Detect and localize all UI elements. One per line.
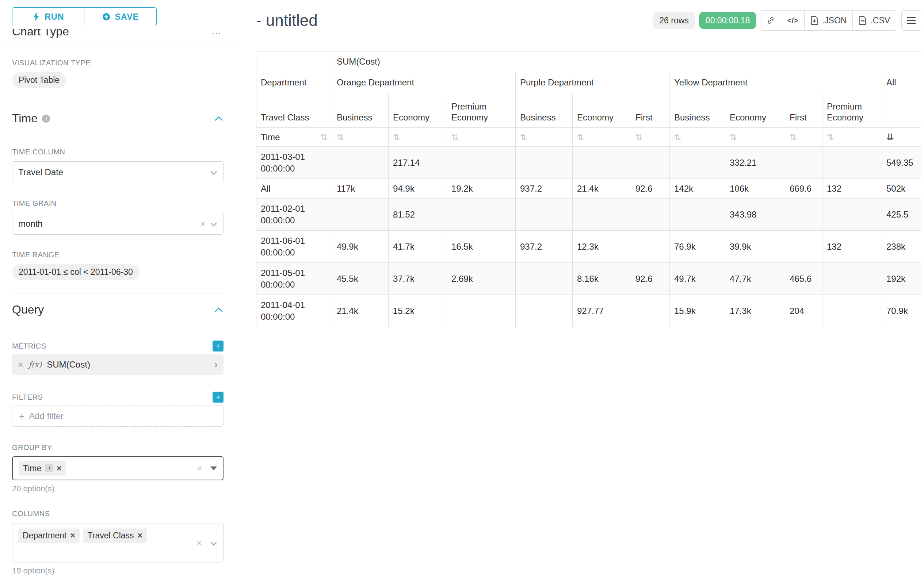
time-range-chip[interactable]: 2011-01-01 ≤ col < 2011-06-30 xyxy=(12,264,140,280)
filters-label: FILTERS xyxy=(12,393,43,401)
value-cell: 117k xyxy=(332,179,389,199)
sort-icon[interactable]: ⇅ xyxy=(790,133,797,142)
corner-cell xyxy=(256,51,332,72)
value-cell: 132 xyxy=(822,231,882,263)
sort-icon[interactable]: ⇊ xyxy=(886,132,894,142)
department-group-header: Yellow Department xyxy=(670,72,882,93)
chart-type-heading: Chart Type xyxy=(12,29,223,38)
travel-class-col-header: Economy xyxy=(725,93,785,128)
chevron-up-icon[interactable] xyxy=(214,307,223,313)
value-cell: 15.2k xyxy=(389,295,447,327)
sort-icon[interactable]: ⇅ xyxy=(730,133,737,142)
value-cell xyxy=(631,231,670,263)
time-section-header[interactable]: Time i xyxy=(12,112,223,125)
sort-icon[interactable]: ⇅ xyxy=(827,133,834,142)
sort-icon[interactable]: ⇅ xyxy=(337,133,344,142)
more-options-button[interactable] xyxy=(901,10,921,31)
remove-metric-icon[interactable]: × xyxy=(18,359,23,370)
chip-label: Travel Class xyxy=(87,531,134,541)
pivot-table-container: SUM(Cost)DepartmentOrange DepartmentPurp… xyxy=(256,51,921,327)
clear-icon[interactable]: × xyxy=(197,463,202,474)
time-grain-value: month xyxy=(18,219,200,229)
clear-icon[interactable]: × xyxy=(196,537,202,549)
table-header-row: Travel ClassBusinessEconomyPremium Econo… xyxy=(256,93,921,128)
sort-icon[interactable]: ⇅ xyxy=(577,133,584,142)
table-row: 2011-06-01 00:00:0049.9k41.7k16.5k937.21… xyxy=(256,231,921,263)
chip-label: Department xyxy=(23,531,66,541)
time-column-select[interactable]: Travel Date xyxy=(12,161,223,183)
clear-icon[interactable]: × xyxy=(200,218,206,230)
hamburger-menu-icon xyxy=(906,17,916,24)
value-cell xyxy=(573,147,631,179)
time-section-heading: Time xyxy=(12,112,38,125)
value-cell: 2.69k xyxy=(447,263,516,295)
save-button[interactable]: SAVE xyxy=(84,7,157,26)
time-sort-row: Time⇅⇅⇅⇅⇅⇅⇅⇅⇅⇅⇅⇊ xyxy=(256,128,921,147)
value-cell: 937.2 xyxy=(516,231,573,263)
view-query-button[interactable]: </> xyxy=(781,10,804,31)
viz-type-chip[interactable]: Pivot Table xyxy=(12,72,66,88)
selected-option-chip[interactable]: Timei× xyxy=(19,461,66,475)
chart-type-section-header: Chart Type ⋯ xyxy=(12,29,223,41)
value-cell xyxy=(447,295,516,327)
value-cell: 204 xyxy=(785,295,822,327)
run-save-button-group: RUN SAVE xyxy=(12,7,223,26)
remove-chip-icon[interactable]: × xyxy=(70,531,75,541)
chevron-right-icon[interactable]: › xyxy=(214,359,218,370)
query-section-header[interactable]: Query xyxy=(12,303,223,316)
viz-type-label: VISUALIZATION TYPE xyxy=(12,59,223,67)
sort-icon[interactable]: ⇅ xyxy=(674,133,681,142)
sort-header-cell: ⇅ xyxy=(389,128,447,147)
sort-header-cell: ⇅ xyxy=(785,128,822,147)
chart-title[interactable]: - untitled xyxy=(256,12,318,30)
sort-icon[interactable]: ⇅ xyxy=(393,133,400,142)
export-json-button[interactable]: .JSON xyxy=(805,10,853,31)
run-button[interactable]: RUN xyxy=(12,7,84,26)
sort-icon[interactable]: ⇅ xyxy=(520,133,527,142)
time-grain-select[interactable]: month × xyxy=(12,213,223,235)
table-row: 2011-02-01 00:00:0081.52343.98425.5 xyxy=(256,199,921,231)
group-by-chips: Timei× xyxy=(19,461,197,475)
table-row: 2011-04-01 00:00:0021.4k15.2k927.7715.9k… xyxy=(256,295,921,327)
selected-option-chip[interactable]: Travel Class× xyxy=(83,528,147,543)
value-cell xyxy=(631,147,670,179)
chart-container: - untitled 26 rows 00:00:00.18 </> xyxy=(237,0,924,584)
selected-option-chip[interactable]: Department× xyxy=(18,528,79,543)
value-cell: 92.6 xyxy=(631,179,670,199)
plus-circle-icon xyxy=(102,12,111,21)
chevron-up-icon[interactable] xyxy=(214,116,223,122)
time-grain-label: TIME GRAIN xyxy=(12,199,223,208)
caret-down-icon xyxy=(210,466,217,470)
remove-chip-icon[interactable]: × xyxy=(57,464,61,474)
value-cell: 12.3k xyxy=(573,231,631,263)
sort-header-cell: ⇅ xyxy=(332,128,389,147)
sort-icon[interactable]: ⇅ xyxy=(451,133,458,142)
divider xyxy=(12,102,223,102)
value-cell: 332.21 xyxy=(725,147,785,179)
metrics-label: METRICS xyxy=(12,342,46,350)
remove-chip-icon[interactable]: × xyxy=(138,531,142,541)
group-by-select[interactable]: Timei× × xyxy=(12,456,223,480)
metric-option[interactable]: × ƒ(x) SUM(Cost) › xyxy=(12,354,223,375)
chevron-down-icon xyxy=(210,538,217,548)
export-csv-button[interactable]: .CSV xyxy=(853,10,896,31)
add-filter-plus-button[interactable]: + xyxy=(213,392,223,403)
sort-header-cell: ⇊ xyxy=(882,128,921,147)
columns-select[interactable]: Department×Travel Class× × xyxy=(12,523,223,563)
overflow-dots: ⋯ xyxy=(212,29,221,39)
value-cell: 8.16k xyxy=(573,263,631,295)
table-row: 2011-05-01 00:00:0045.5k37.7k2.69k8.16k9… xyxy=(256,263,921,295)
add-filter-button[interactable]: + Add filter xyxy=(12,406,223,427)
sort-icon[interactable]: ⇅ xyxy=(321,133,328,142)
sort-header-cell: ⇅ xyxy=(670,128,725,147)
group-by-label: GROUP BY xyxy=(12,444,223,452)
department-group-header: Purple Department xyxy=(516,72,670,93)
copy-link-button[interactable] xyxy=(760,10,781,31)
value-cell: 49.9k xyxy=(332,231,389,263)
link-icon xyxy=(766,16,775,25)
travel-class-col-header xyxy=(882,93,921,128)
sort-icon[interactable]: ⇅ xyxy=(635,133,642,142)
row-header-cell: 2011-05-01 00:00:00 xyxy=(256,263,332,295)
download-json-icon xyxy=(810,16,818,25)
add-metric-button[interactable]: + xyxy=(213,341,223,352)
